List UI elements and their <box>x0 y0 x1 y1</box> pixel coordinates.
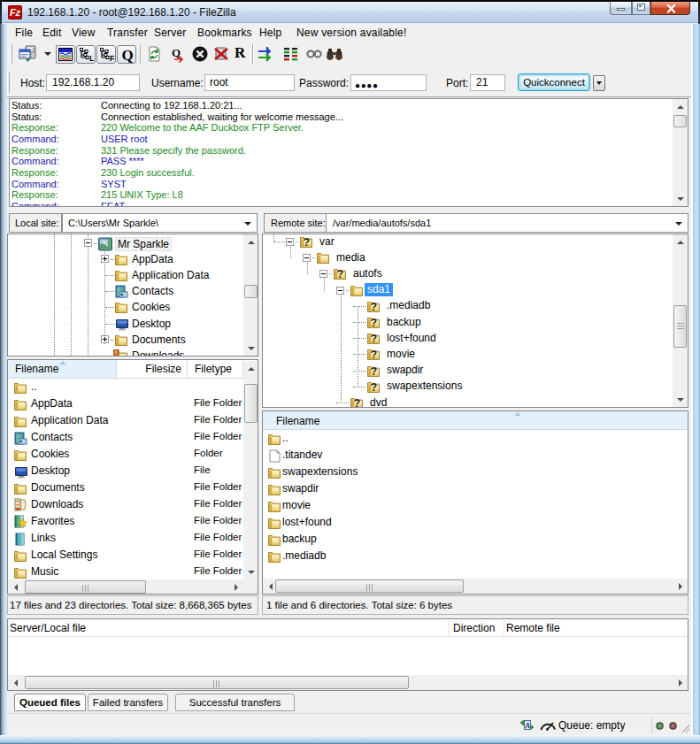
svg-text:?: ? <box>371 317 377 328</box>
svg-text:?: ? <box>371 381 377 393</box>
svg-text:A: A <box>524 721 530 730</box>
svg-text:?: ? <box>304 236 310 248</box>
svg-text:?: ? <box>371 301 377 312</box>
svg-text:?: ? <box>371 365 377 377</box>
svg-text:?: ? <box>354 397 360 408</box>
svg-text:L: L <box>89 54 94 62</box>
svg-text:?: ? <box>371 333 377 344</box>
svg-text:Q: Q <box>172 46 181 59</box>
svg-text:?: ? <box>371 349 377 360</box>
svg-text:Q: Q <box>121 47 133 64</box>
svg-text:?: ? <box>337 268 343 280</box>
svg-text:Fz: Fz <box>10 7 21 18</box>
svg-text:F: F <box>110 54 114 62</box>
